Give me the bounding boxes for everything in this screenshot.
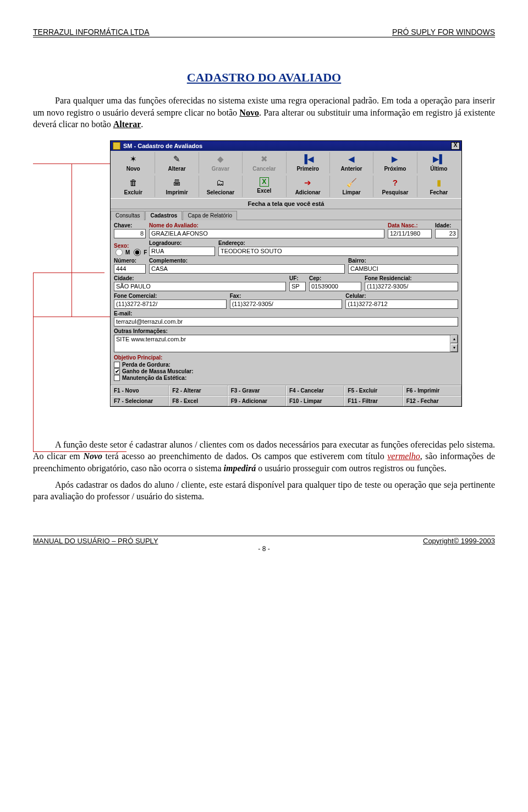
sexo-f-radio[interactable] (134, 249, 141, 256)
fechar-button[interactable]: ▮Fechar (417, 176, 460, 197)
comp-input[interactable] (149, 264, 345, 274)
perda-gordura-checkbox[interactable]: Perda de Gordura: (114, 362, 458, 368)
callout-line (33, 273, 105, 273)
novo-button[interactable]: ✶Novo (112, 152, 155, 173)
chave-input[interactable] (114, 229, 146, 238)
scrollbar[interactable]: ▴▾ (450, 335, 458, 352)
nome-input[interactable] (149, 229, 384, 238)
gravar-button: ◆Gravar (199, 152, 243, 173)
adicionar-button[interactable]: ➔Adicionar (287, 176, 330, 197)
add-icon: ➔ (302, 177, 314, 188)
checkbox-icon (114, 375, 120, 381)
fkey-f8[interactable]: F8 - Excel (169, 396, 227, 406)
fkey-f3[interactable]: F3 - Gravar (228, 385, 286, 396)
idade-input[interactable] (435, 229, 458, 238)
uf-input[interactable] (289, 282, 306, 291)
idade-label: Idade: (435, 222, 458, 228)
ganho-massa-checkbox[interactable]: ✔Ganho de Massa Muscular: (114, 368, 458, 374)
dnasc-input[interactable] (388, 229, 432, 238)
excel-icon: X (260, 177, 269, 187)
status-hint: Fecha a tela que você está (111, 198, 461, 209)
comp-label: Complemento: (149, 258, 345, 264)
uf-label: UF: (289, 275, 306, 281)
footer-left: MANUAL DO USUÁRIO – PRÓ SUPLY (33, 537, 158, 545)
proximo-button[interactable]: ▶Próximo (373, 152, 417, 173)
tab-capa-relatorio[interactable]: Capa de Relatório (183, 211, 237, 220)
fkey-f1[interactable]: F1 - Novo (111, 385, 169, 396)
tabs: Consultas Cadastros Capa de Relatório (111, 209, 461, 220)
bairro-label: Bairro: (348, 258, 458, 264)
cel-label: Celular: (345, 293, 458, 299)
foneres-input[interactable] (365, 282, 458, 291)
page-number: - 8 - (33, 545, 495, 553)
fkey-f2[interactable]: F2 - Alterar (169, 385, 227, 396)
nome-label: Nome do Avaliado: (149, 222, 384, 228)
scroll-down-icon[interactable]: ▾ (450, 344, 458, 352)
tab-cadastros[interactable]: Cadastros (145, 211, 182, 220)
sexo-m-radio[interactable] (116, 249, 123, 256)
new-icon: ✶ (128, 154, 139, 165)
end-input[interactable] (218, 247, 458, 256)
fkey-f10[interactable]: F10 - Limpar (286, 396, 344, 406)
cep-input[interactable] (309, 282, 361, 291)
select-icon: 🗂 (215, 177, 226, 188)
header-right: PRÓ SUPLY FOR WINDOWS (392, 28, 495, 36)
logr-input[interactable] (149, 247, 215, 256)
fax-label: Fax: (230, 293, 343, 299)
toolbar-row-2: 🗑Excluir 🖶Imprimir 🗂Selecionar XExcel ➔A… (111, 175, 461, 198)
close-button[interactable]: X (451, 142, 460, 150)
prev-icon: ◀ (346, 154, 357, 165)
fkey-f9[interactable]: F9 - Adicionar (228, 396, 286, 406)
excluir-button[interactable]: 🗑Excluir (112, 176, 155, 197)
toolbar-row-1: ✶Novo ✎Alterar ◆Gravar ✖Cancelar ▐◀Prime… (111, 151, 461, 175)
fkey-f11[interactable]: F11 - Filtrar (344, 396, 403, 406)
door-icon: ▮ (433, 177, 444, 188)
manutencao-checkbox[interactable]: Manutenção da Estética: (114, 375, 458, 381)
footer-right: Copyright© 1999-2003 (423, 537, 495, 545)
objetivo-section: Objetivo Principal: Perda de Gordura: ✔G… (114, 355, 458, 381)
ultimo-button[interactable]: ▶▌Último (417, 152, 460, 173)
selecionar-button[interactable]: 🗂Selecionar (199, 176, 243, 197)
chave-label: Chave: (114, 222, 146, 228)
alterar-button[interactable]: ✎Alterar (155, 152, 199, 173)
fkey-f7[interactable]: F7 - Selecionar (111, 396, 169, 406)
dialog-cadastro-avaliados: SM - Cadastro de Avaliados X ✶Novo ✎Alte… (110, 140, 462, 407)
callout-line (33, 273, 34, 451)
cel-input[interactable] (345, 299, 458, 309)
primeiro-button[interactable]: ▐◀Primeiro (287, 152, 330, 173)
email-input[interactable] (114, 317, 458, 326)
next-icon: ▶ (389, 154, 400, 165)
titlebar[interactable]: SM - Cadastro de Avaliados X (111, 141, 461, 151)
objetivo-title: Objetivo Principal: (114, 355, 458, 361)
scroll-up-icon[interactable]: ▴ (450, 335, 458, 343)
cidade-label: Cidade: (114, 275, 286, 281)
fax-input[interactable] (230, 299, 343, 309)
end-label: Endereço: (218, 240, 458, 246)
num-input[interactable] (114, 264, 146, 274)
outras-memo[interactable]: SITE www.terrazul.com.br▴▾ (114, 335, 458, 352)
body-paragraph-1: A função deste setor é cadastrar alunos … (33, 439, 495, 475)
cancel-icon: ✖ (258, 154, 270, 165)
dnasc-label: Data Nasc.: (388, 222, 432, 228)
tab-consultas[interactable]: Consultas (111, 211, 145, 220)
anterior-button[interactable]: ◀Anterior (330, 152, 373, 173)
sexo-label: Sexo: (114, 243, 146, 249)
page-footer: MANUAL DO USUÁRIO – PRÓ SUPLY Copyright©… (33, 536, 495, 553)
excel-button[interactable]: XExcel (243, 176, 286, 197)
bairro-input[interactable] (348, 264, 458, 274)
email-label: E-mail: (114, 310, 458, 317)
cancelar-button: ✖Cancelar (243, 152, 286, 173)
header-left: TERRAZUL INFORMÁTICA LTDA (33, 28, 150, 36)
app-icon (113, 142, 120, 150)
imprimir-button[interactable]: 🖶Imprimir (155, 176, 199, 197)
limpar-button[interactable]: 🧹Limpar (330, 176, 373, 197)
pesquisar-button[interactable]: ?Pesquisar (373, 176, 417, 197)
sexo-group: Sexo: MF (114, 243, 146, 256)
fkey-f5[interactable]: F5 - Excluir (344, 385, 403, 396)
fonecom-input[interactable] (114, 299, 227, 309)
fkey-f4[interactable]: F4 - Cancelar (286, 385, 344, 396)
fkey-f12[interactable]: F12 - Fechar (403, 396, 461, 406)
fkey-f6[interactable]: F6 - Imprimir (403, 385, 461, 396)
cidade-input[interactable] (114, 282, 286, 291)
logr-label: Logradouro: (149, 240, 215, 246)
